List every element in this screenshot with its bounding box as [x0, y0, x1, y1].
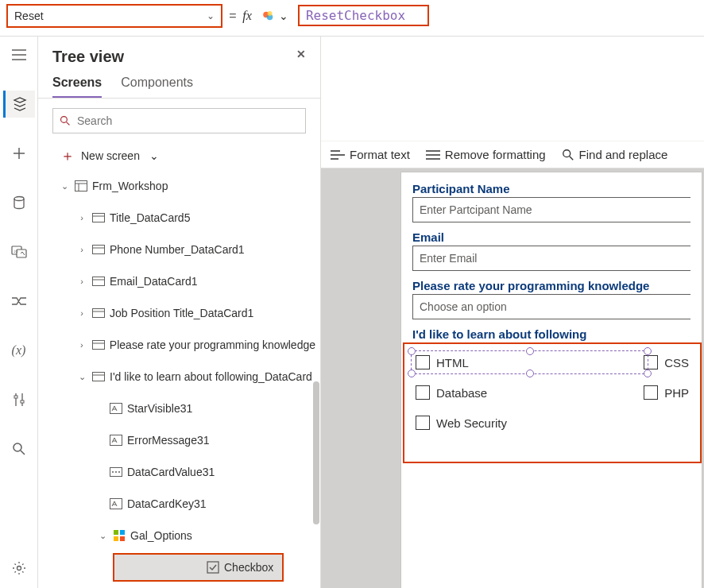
checkbox-icon	[207, 561, 219, 574]
tree-node-frm[interactable]: ⌄ Frm_Workshop	[38, 170, 320, 202]
chevron-down-icon[interactable]: ⌄	[97, 531, 108, 541]
new-screen-button[interactable]: ＋ New screen ⌄	[38, 143, 320, 170]
name-input[interactable]: Enter Partcipant Name	[412, 197, 690, 222]
checkbox-grid-highlight: HTML	[403, 342, 702, 463]
tree-node-val[interactable]: DataCardValue31	[38, 456, 320, 488]
tools-icon[interactable]	[3, 386, 35, 413]
format-text-button[interactable]: Format text	[331, 148, 410, 161]
tree-node-title-dc[interactable]: › Title_DataCard5	[38, 202, 320, 234]
tree-node-job-dc[interactable]: › Job Position Title_DataCard1	[38, 297, 320, 329]
property-dropdown[interactable]: Reset ⌄	[6, 4, 222, 28]
tree-search[interactable]	[52, 108, 306, 133]
card-icon	[92, 243, 105, 256]
checkbox-php-label: PHP	[664, 386, 689, 400]
remove-formatting-label: Remove formatting	[445, 148, 546, 161]
gallery-icon	[113, 529, 126, 542]
fx-area: fx ⌄ ResetCheckbox	[242, 5, 429, 26]
node-label: DataCardValue31	[127, 466, 215, 478]
design-canvas[interactable]: Participant Name Enter Partcipant Name E…	[321, 168, 704, 588]
tree-node-rate-dc[interactable]: › Please rate your programming knowledge	[38, 329, 320, 361]
node-label: Email_DataCard1	[110, 275, 198, 288]
checkbox-css-label: CSS	[664, 356, 689, 369]
node-label: I'd like to learn about following_DataCa…	[110, 370, 312, 383]
node-label: Frm_Workshop	[92, 180, 168, 192]
form-icon	[75, 180, 87, 192]
plus-icon: ＋	[60, 146, 75, 165]
svg-rect-28	[114, 536, 118, 541]
checkbox-css[interactable]	[644, 355, 658, 369]
scrollbar-thumb[interactable]	[313, 381, 319, 524]
svg-rect-27	[120, 530, 125, 535]
hamburger-icon[interactable]	[3, 41, 35, 68]
svg-rect-29	[120, 536, 125, 541]
tree-tabs: Screens Components	[38, 68, 320, 99]
close-icon[interactable]: ✕	[296, 48, 306, 66]
canvas-column: Format text Remove formatting Find and r…	[321, 37, 704, 588]
email-label: Email	[412, 230, 690, 244]
chevron-down-icon: ⌄	[279, 10, 288, 22]
checkbox-php[interactable]	[644, 385, 658, 400]
node-label: Job Position Title_DataCard1	[110, 307, 253, 319]
tree-node-star[interactable]: StarVisible31	[38, 393, 320, 424]
checkbox-row-2: Database PHP	[416, 385, 689, 400]
svg-point-2	[267, 11, 272, 16]
flows-icon[interactable]	[3, 288, 35, 315]
tree-node-checkbox[interactable]: Checkbox	[113, 553, 284, 582]
svg-rect-12	[75, 181, 87, 191]
checkbox-websec[interactable]	[416, 416, 430, 430]
formula-editor[interactable]: Format text Remove formatting Find and r…	[321, 37, 704, 168]
svg-text:♪♪: ♪♪	[14, 249, 18, 253]
left-rail: ♪♪ (x)	[0, 37, 38, 588]
formula-value[interactable]: ResetCheckbox	[306, 8, 405, 23]
tab-components[interactable]: Components	[121, 75, 193, 98]
checkbox-row-3: Web Security	[416, 416, 689, 430]
settings-icon[interactable]	[3, 555, 35, 582]
combobox-icon	[110, 466, 122, 478]
chevron-right-icon[interactable]: ›	[76, 245, 87, 254]
variables-icon[interactable]: (x)	[3, 337, 35, 364]
svg-point-9	[14, 443, 21, 451]
data-icon[interactable]	[3, 189, 35, 216]
fx-icon: fx	[242, 9, 252, 23]
name-label: Participant Name	[412, 182, 690, 195]
search-rail-icon[interactable]	[3, 435, 35, 462]
svg-rect-15	[93, 277, 105, 286]
email-input[interactable]: Enter Email	[412, 246, 690, 271]
checkbox-database[interactable]	[416, 385, 430, 400]
rate-dropdown[interactable]: Choose an option	[412, 294, 690, 319]
search-input[interactable]	[77, 114, 299, 127]
format-icon	[331, 149, 345, 161]
svg-rect-16	[93, 309, 105, 318]
svg-rect-26	[114, 530, 118, 535]
svg-point-22	[112, 471, 114, 473]
label-icon	[110, 402, 122, 415]
chevron-down-icon[interactable]: ⌄	[76, 372, 87, 382]
tree-node-phone-dc[interactable]: › Phone Number_DataCard1	[38, 234, 320, 265]
tab-screens[interactable]: Screens	[52, 75, 102, 98]
chevron-right-icon[interactable]: ›	[76, 340, 87, 350]
field-email: Email Enter Email	[412, 230, 690, 271]
find-replace-button[interactable]: Find and replace	[562, 148, 668, 161]
tree-node-err[interactable]: ErrorMessage31	[38, 424, 320, 456]
chevron-down-icon: ⌄	[207, 10, 215, 21]
card-icon	[92, 370, 105, 383]
insert-icon[interactable]	[3, 140, 35, 167]
card-icon	[92, 275, 105, 288]
treeview-icon[interactable]	[3, 91, 35, 118]
svg-rect-14	[93, 246, 105, 254]
formula-toolbar: Format text Remove formatting Find and r…	[321, 141, 704, 168]
copilot-dropdown[interactable]: ⌄	[261, 9, 288, 23]
tree-list: ⌄ Frm_Workshop › Title_DataCard5 › Phone…	[38, 170, 320, 588]
chevron-right-icon[interactable]: ›	[76, 308, 87, 318]
chevron-down-icon[interactable]: ⌄	[59, 181, 70, 191]
chevron-right-icon[interactable]: ›	[76, 213, 87, 222]
tree-node-key[interactable]: DataCardKey31	[38, 488, 320, 520]
media-icon[interactable]: ♪♪	[3, 238, 35, 265]
node-label: StarVisible31	[127, 402, 192, 415]
checkbox-html[interactable]	[416, 355, 430, 369]
tree-node-email-dc[interactable]: › Email_DataCard1	[38, 265, 320, 297]
remove-formatting-button[interactable]: Remove formatting	[426, 148, 546, 161]
tree-node-gal[interactable]: ⌄ Gal_Options	[38, 520, 320, 551]
tree-node-learn-dc[interactable]: ⌄ I'd like to learn about following_Data…	[38, 361, 320, 393]
chevron-right-icon[interactable]: ›	[76, 277, 87, 286]
